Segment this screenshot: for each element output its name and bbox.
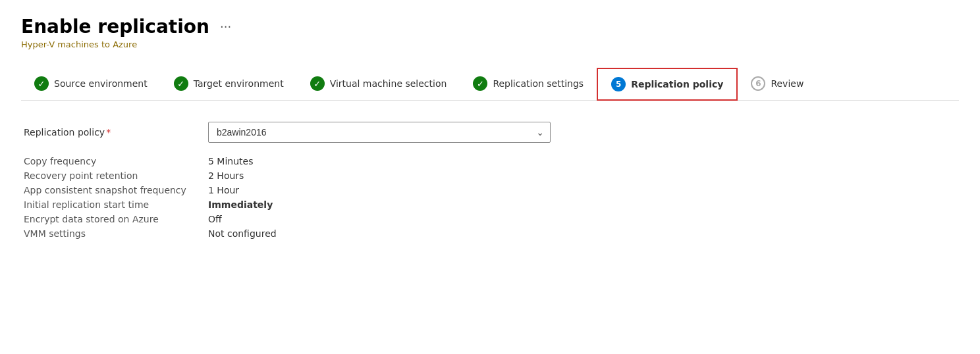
info-key-recovery-point: Recovery point retention [24, 170, 208, 181]
content-area: Replication policy* b2awin2016 ⌄ Copy fr… [21, 122, 959, 239]
info-val-snapshot-frequency: 1 Hour [208, 185, 239, 195]
page-subtitle: Hyper-V machines to Azure [21, 39, 959, 49]
step-replication-settings[interactable]: Replication settings [460, 68, 597, 99]
step-check-icon-4 [473, 76, 487, 91]
step-label-virtual-machine-selection: Virtual machine selection [330, 78, 447, 89]
step-replication-policy[interactable]: 5 Replication policy [597, 68, 738, 101]
info-row-encrypt-data: Encrypt data stored on Azure Off [24, 214, 956, 224]
policy-select[interactable]: b2awin2016 [208, 122, 551, 143]
step-label-replication-settings: Replication settings [493, 78, 584, 89]
info-grid: Copy frequency 5 Minutes Recovery point … [24, 156, 956, 239]
step-label-target-environment: Target environment [194, 78, 284, 89]
info-row-initial-replication: Initial replication start time Immediate… [24, 199, 956, 210]
step-check-icon-2 [174, 76, 188, 91]
policy-form-row: Replication policy* b2awin2016 ⌄ [24, 122, 956, 143]
info-row-copy-frequency: Copy frequency 5 Minutes [24, 156, 956, 166]
step-review[interactable]: 6 Review [738, 68, 817, 99]
policy-label: Replication policy* [24, 127, 208, 138]
step-num-icon-5: 5 [611, 77, 626, 91]
step-check-icon-3 [310, 76, 325, 91]
info-key-encrypt-data: Encrypt data stored on Azure [24, 214, 208, 224]
step-label-source-environment: Source environment [54, 78, 148, 89]
info-val-recovery-point: 2 Hours [208, 170, 244, 181]
policy-select-wrapper: b2awin2016 ⌄ [208, 122, 551, 143]
info-val-initial-replication: Immediately [208, 199, 273, 210]
info-val-copy-frequency: 5 Minutes [208, 156, 253, 166]
step-target-environment[interactable]: Target environment [161, 68, 297, 99]
info-row-recovery-point: Recovery point retention 2 Hours [24, 170, 956, 181]
step-label-replication-policy: Replication policy [631, 79, 723, 89]
step-label-review: Review [771, 78, 803, 89]
page-title: Enable replication [21, 16, 209, 38]
required-indicator: * [106, 127, 111, 138]
wizard-steps: Source environment Target environment Vi… [21, 68, 959, 101]
info-row-vmm-settings: VMM settings Not configured [24, 228, 956, 239]
step-source-environment[interactable]: Source environment [21, 68, 161, 99]
info-key-copy-frequency: Copy frequency [24, 156, 208, 166]
info-key-vmm-settings: VMM settings [24, 228, 208, 239]
step-check-icon-1 [34, 76, 49, 91]
page-container: Enable replication ··· Hyper-V machines … [0, 0, 980, 354]
more-options-icon[interactable]: ··· [220, 20, 231, 34]
info-row-snapshot-frequency: App consistent snapshot frequency 1 Hour [24, 185, 956, 195]
step-num-icon-6: 6 [751, 76, 765, 91]
step-virtual-machine-selection[interactable]: Virtual machine selection [297, 68, 460, 99]
page-header: Enable replication ··· Hyper-V machines … [21, 16, 959, 49]
info-val-encrypt-data: Off [208, 214, 222, 224]
info-val-vmm-settings: Not configured [208, 228, 277, 239]
info-key-initial-replication: Initial replication start time [24, 199, 208, 210]
info-key-snapshot-frequency: App consistent snapshot frequency [24, 185, 208, 195]
